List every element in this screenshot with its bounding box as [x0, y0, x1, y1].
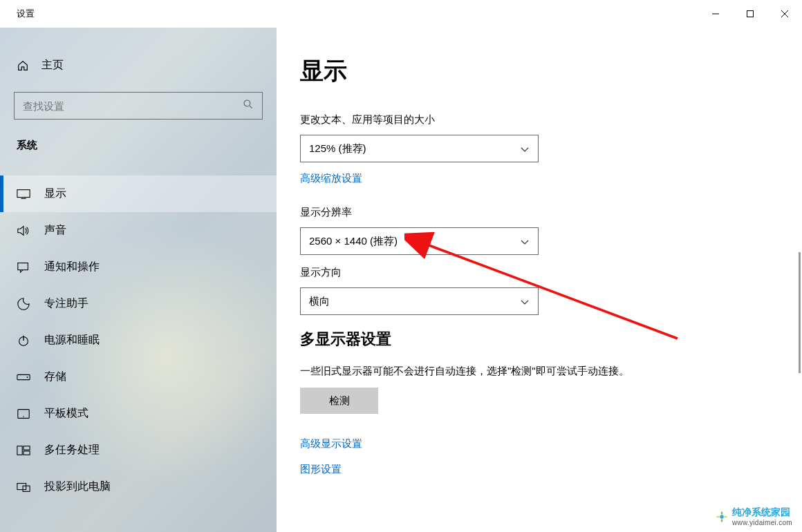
svg-point-12: [27, 377, 28, 378]
scale-value: 125% (推荐): [309, 142, 366, 155]
minimize-button[interactable]: [698, 0, 733, 28]
svg-point-4: [244, 100, 250, 106]
nav-item-label: 显示: [44, 187, 66, 201]
svg-rect-6: [17, 189, 30, 197]
display-icon: [17, 189, 30, 200]
chevron-down-icon: [520, 143, 530, 155]
sidebar: 主页 系统 显示: [0, 28, 277, 532]
home-nav[interactable]: 主页: [0, 48, 277, 82]
home-icon: [17, 59, 29, 72]
nav-item-notifications[interactable]: 通知和操作: [0, 249, 277, 285]
svg-rect-16: [24, 446, 30, 449]
scrollbar-thumb[interactable]: [799, 252, 801, 373]
svg-rect-1: [747, 11, 754, 17]
svg-point-14: [23, 416, 24, 417]
advanced-scaling-link[interactable]: 高级缩放设置: [300, 172, 362, 185]
nav-item-multitasking[interactable]: 多任务处理: [0, 432, 277, 468]
orientation-dropdown[interactable]: 横向: [300, 287, 539, 315]
detect-button-label: 检测: [329, 395, 350, 408]
multitask-icon: [17, 445, 30, 456]
svg-line-5: [250, 106, 252, 108]
scale-dropdown[interactable]: 125% (推荐): [300, 135, 539, 162]
nav-item-label: 声音: [44, 223, 66, 238]
nav-item-label: 多任务处理: [44, 443, 100, 457]
window-controls: [698, 0, 802, 28]
close-button[interactable]: [767, 0, 802, 28]
search-box[interactable]: [14, 92, 263, 120]
category-header: 系统: [0, 133, 277, 159]
detect-button[interactable]: 检测: [300, 388, 378, 414]
multi-display-title: 多显示器设置: [300, 329, 802, 350]
nav-item-label: 电源和睡眠: [44, 333, 100, 348]
nav-item-display[interactable]: 显示: [0, 175, 277, 212]
storage-icon: [17, 373, 30, 381]
nav-item-label: 专注助手: [44, 296, 88, 311]
graphics-settings-link[interactable]: 图形设置: [300, 463, 342, 476]
nav-item-tablet[interactable]: 平板模式: [0, 395, 277, 432]
maximize-button[interactable]: [733, 0, 767, 28]
search-icon: [243, 99, 254, 113]
project-icon: [17, 482, 30, 493]
sound-icon: [17, 225, 30, 237]
page-title: 显示: [300, 55, 802, 87]
svg-rect-18: [17, 483, 26, 489]
chevron-down-icon: [520, 296, 530, 307]
content-area: 显示 更改文本、应用等项目的大小 125% (推荐) 高级缩放设置 显示分辨率 …: [277, 28, 802, 532]
orientation-label: 显示方向: [300, 266, 802, 279]
svg-rect-17: [24, 450, 30, 454]
focus-icon: [17, 297, 30, 311]
nav-item-label: 平板模式: [44, 406, 88, 421]
orientation-value: 横向: [309, 295, 330, 308]
resolution-label: 显示分辨率: [300, 206, 802, 219]
nav-item-focus-assist[interactable]: 专注助手: [0, 285, 277, 322]
notifications-icon: [17, 261, 30, 274]
nav-item-storage[interactable]: 存储: [0, 359, 277, 395]
resolution-value: 2560 × 1440 (推荐): [309, 235, 398, 248]
scale-label: 更改文本、应用等项目的大小: [300, 113, 802, 126]
chevron-down-icon: [520, 236, 530, 247]
svg-rect-11: [17, 374, 30, 379]
titlebar: 设置: [0, 0, 802, 28]
home-label: 主页: [41, 58, 64, 73]
multi-display-desc: 一些旧式显示器可能不会进行自动连接，选择"检测"即可尝试手动连接。: [300, 365, 802, 378]
window-title: 设置: [0, 8, 35, 20]
nav-item-label: 通知和操作: [44, 260, 100, 274]
advanced-display-link[interactable]: 高级显示设置: [300, 437, 362, 450]
nav-item-power[interactable]: 电源和睡眠: [0, 322, 277, 359]
nav-item-project[interactable]: 投影到此电脑: [0, 468, 277, 505]
nav-item-label: 存储: [44, 370, 66, 384]
nav-list: 显示 声音 通知和操作: [0, 175, 277, 505]
power-icon: [17, 334, 30, 348]
search-input[interactable]: [23, 100, 243, 112]
resolution-dropdown[interactable]: 2560 × 1440 (推荐): [300, 227, 539, 255]
nav-item-sound[interactable]: 声音: [0, 212, 277, 249]
svg-rect-8: [18, 263, 28, 269]
tablet-icon: [17, 408, 30, 419]
nav-item-label: 投影到此电脑: [44, 479, 111, 494]
svg-rect-15: [17, 446, 22, 455]
